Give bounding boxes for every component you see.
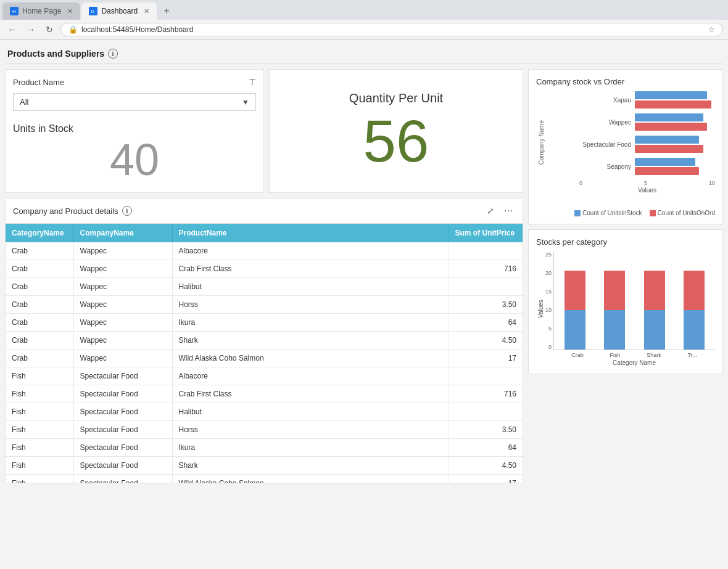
star-icon: ☆ bbox=[708, 25, 715, 34]
cell-product: Ikura bbox=[172, 439, 449, 457]
table-body: Crab Wappec Albacore Crab Wappec Crab Fi… bbox=[6, 242, 523, 483]
dashboard-tab-label: Dashboard bbox=[101, 7, 138, 15]
table-info-icon[interactable]: ℹ bbox=[122, 206, 132, 216]
table-title-text: Company and Product details bbox=[13, 207, 118, 216]
new-tab-button[interactable]: + bbox=[158, 2, 175, 20]
chart1-bar-group: Spectacular Food bbox=[579, 136, 715, 153]
cell-category: Crab bbox=[6, 278, 73, 296]
cell-price: 4.50 bbox=[449, 457, 523, 475]
cell-company: Spectacular Food bbox=[73, 475, 172, 483]
cell-category: Crab bbox=[6, 314, 73, 332]
cell-product: Crab First Class bbox=[172, 385, 449, 403]
cell-product: Shark bbox=[172, 457, 449, 475]
cell-price: 4.50 bbox=[449, 332, 523, 350]
chart2-stack bbox=[684, 271, 705, 350]
dashboard-tab-icon: D bbox=[89, 7, 97, 15]
stocks-category-chart-card: Stocks per category Values 25 20 15 10 5… bbox=[528, 229, 723, 374]
cell-category: Crab bbox=[6, 332, 73, 350]
x-tick-10: 10 bbox=[709, 180, 715, 186]
browser-chrome: H Home Page ✕ D Dashboard ✕ + ← → ↻ 🔒 lo… bbox=[0, 0, 728, 40]
chart1-bar-group: Seapony bbox=[579, 158, 715, 175]
cell-category: Fish bbox=[6, 457, 73, 475]
cell-category: Crab bbox=[6, 242, 73, 260]
forward-button[interactable]: → bbox=[23, 22, 38, 37]
chart2-red-segment bbox=[604, 271, 625, 310]
page-title: Products and Suppliers bbox=[7, 49, 104, 59]
cell-product: Wild Alaska Coho Salmon bbox=[172, 475, 449, 483]
home-tab-label: Home Page bbox=[22, 7, 61, 15]
chart2-title: Stocks per category bbox=[536, 237, 715, 247]
chart1-x-label: Values bbox=[579, 187, 715, 194]
chart1-legend: Count of UnitsInStock Count of UnitsOnOr… bbox=[536, 210, 715, 216]
page: Products and Suppliers ℹ Product Name ⊤ … bbox=[0, 40, 728, 488]
chart1-bar-label: Seapony bbox=[579, 163, 635, 170]
cell-product: Horss bbox=[172, 421, 449, 439]
top-row: Product Name ⊤ All ▼ Units in Stock 40 Q… bbox=[5, 69, 523, 193]
filter-card: Product Name ⊤ All ▼ Units in Stock 40 bbox=[5, 69, 264, 193]
filter-icon[interactable]: ⊤ bbox=[249, 77, 256, 87]
table-row: Fish Spectacular Food Crab First Class 7… bbox=[6, 385, 523, 403]
filter-label-text: Product Name bbox=[13, 78, 64, 87]
chart1-y-axis-label: Company Name bbox=[538, 120, 545, 165]
legend-blue-icon bbox=[574, 210, 581, 216]
cell-price bbox=[449, 403, 523, 421]
chart1-red-bar bbox=[635, 123, 707, 131]
chart1-bar-group: Xapau bbox=[579, 91, 715, 108]
lock-icon: 🔒 bbox=[68, 25, 78, 34]
cell-company: Spectacular Food bbox=[73, 403, 172, 421]
more-options-icon[interactable]: ⋯ bbox=[502, 205, 515, 217]
chart2-y-ticks: 25 20 15 10 5 0 bbox=[545, 252, 553, 350]
table-header-row: CategoryName CompanyName ProductName Sum… bbox=[6, 224, 523, 242]
dropdown-arrow-icon: ▼ bbox=[242, 98, 249, 107]
x-tick-5: 5 bbox=[644, 180, 647, 186]
table-row: Crab Wappec Halibut bbox=[6, 278, 523, 296]
cell-category: Fish bbox=[6, 403, 73, 421]
chart2-bar-group bbox=[678, 252, 710, 350]
chart2-blue-segment bbox=[565, 310, 585, 350]
company-stock-chart-card: Company stock vs Order Company Name Xapa… bbox=[528, 69, 723, 224]
table-row: Crab Wappec Shark 4.50 bbox=[6, 332, 523, 350]
cell-price: 17 bbox=[449, 475, 523, 483]
legend-red: Count of UnitsOnOrd bbox=[650, 210, 715, 216]
table-scroll-container[interactable]: CategoryName CompanyName ProductName Sum… bbox=[6, 224, 523, 483]
chart1-bars: XapauWappecSpectacular FoodSeapony bbox=[579, 91, 715, 175]
cell-category: Fish bbox=[6, 439, 73, 457]
cell-company: Spectacular Food bbox=[73, 421, 172, 439]
refresh-button[interactable]: ↻ bbox=[42, 22, 57, 37]
left-panel: Product Name ⊤ All ▼ Units in Stock 40 Q… bbox=[5, 69, 523, 483]
chart1-bar-label: Spectacular Food bbox=[579, 141, 635, 148]
chart2-x-label-item: Tr... bbox=[687, 352, 697, 358]
dashboard-tab-close[interactable]: ✕ bbox=[144, 7, 149, 15]
chart1-blue-bar bbox=[635, 91, 707, 99]
table-title: Company and Product details ℹ bbox=[13, 206, 132, 216]
expand-icon[interactable]: ⤢ bbox=[484, 205, 497, 217]
back-button[interactable]: ← bbox=[5, 22, 20, 37]
chart1-bar-label: Wappec bbox=[579, 119, 635, 126]
chart2-blue-segment bbox=[684, 310, 705, 350]
chart1-bar-label: Xapau bbox=[579, 97, 635, 104]
page-info-icon[interactable]: ℹ bbox=[108, 49, 118, 59]
cell-price bbox=[449, 242, 523, 260]
cell-product: Shark bbox=[172, 332, 449, 350]
chart2-outer: Values 25 20 15 10 5 0 CrabFishSharkTr..… bbox=[536, 252, 715, 366]
cell-price bbox=[449, 367, 523, 385]
chart2-bars-area: CrabFishSharkTr... Category Name bbox=[553, 252, 715, 366]
cell-company: Wappec bbox=[73, 278, 172, 296]
chart1-bar-segments bbox=[635, 136, 715, 153]
legend-blue: Count of UnitsInStock bbox=[574, 210, 642, 216]
tab-dashboard[interactable]: D Dashboard ✕ bbox=[81, 2, 157, 20]
cell-product: Albacore bbox=[172, 367, 449, 385]
chart2-red-segment bbox=[684, 271, 705, 310]
cell-price: 64 bbox=[449, 439, 523, 457]
units-in-stock-label: Units in Stock bbox=[13, 123, 256, 134]
product-name-dropdown[interactable]: All ▼ bbox=[13, 93, 256, 111]
col-header-category: CategoryName bbox=[6, 224, 73, 242]
table-actions: ⤢ ⋯ bbox=[484, 205, 515, 217]
home-tab-close[interactable]: ✕ bbox=[67, 7, 73, 15]
cell-product: Albacore bbox=[172, 242, 449, 260]
address-bar-icons: ☆ bbox=[708, 25, 715, 34]
address-bar[interactable]: 🔒 localhost:54485/Home/Dashboard ☆ bbox=[60, 23, 723, 36]
chart1-blue-bar bbox=[635, 158, 695, 166]
tab-home[interactable]: H Home Page ✕ bbox=[2, 2, 80, 20]
table-header: Company and Product details ℹ ⤢ ⋯ bbox=[6, 199, 523, 224]
